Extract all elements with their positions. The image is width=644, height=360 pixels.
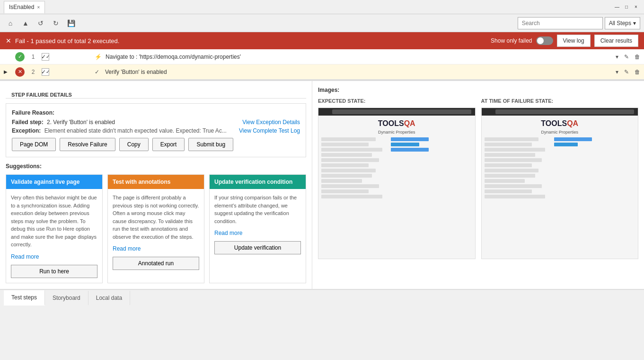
suggestions-section: Suggestions: Validate against live page … [6, 163, 306, 283]
tab-test-steps[interactable]: Test steps [4, 290, 45, 306]
tab-storyboard[interactable]: Storyboard [45, 291, 88, 305]
mini-col2-1 [391, 137, 472, 200]
all-steps-dropdown[interactable]: All Steps ▾ [605, 17, 640, 29]
suggestion-card-2: Test with annotations The page is differ… [107, 174, 204, 283]
step-expand-2[interactable]: ▶ [4, 69, 11, 74]
step-edit-icon-2[interactable]: ✎ [624, 69, 629, 75]
tools-qa-logo-2: TOOLSQA [541, 119, 578, 128]
save-btn[interactable]: 💾 [64, 17, 78, 30]
suggestion-header-1: Validate against live page [6, 175, 102, 189]
suggestion-read-more-3[interactable]: Read more [214, 230, 301, 236]
home-btn[interactable]: ⌂ [4, 17, 17, 30]
run-to-here-button[interactable]: Run to here [11, 265, 97, 278]
update-verification-button[interactable]: Update verification [214, 241, 301, 254]
dot-y-2 [487, 111, 489, 113]
step-check-1[interactable]: ✓ [42, 53, 49, 61]
dot-g-2 [490, 111, 493, 113]
submit-bug-button[interactable]: Submit bug [188, 138, 233, 151]
images-title: Images: [318, 87, 638, 93]
suggestion-read-more-1[interactable]: Read more [11, 253, 97, 260]
copy-button[interactable]: Copy [119, 138, 149, 151]
step-text-1: Navigate to : 'https://demoqa.com/dynami… [106, 54, 612, 60]
suggestion-read-more-2[interactable]: Read more [113, 245, 199, 252]
minimize-btn[interactable]: — [613, 3, 621, 11]
failure-state-label: AT TIME OF FAILURE STATE: [481, 98, 639, 104]
undo-btn[interactable]: ↺ [34, 17, 47, 30]
tab-close-icon[interactable]: × [37, 5, 40, 10]
close-btn[interactable]: × [632, 3, 640, 11]
mini-col1-1 [321, 137, 389, 200]
step-status-2: ✕ [15, 67, 25, 77]
step-expand-arrow-1[interactable]: ▾ [616, 54, 618, 60]
images-grid: EXPECTED STATE: TOOLSQA [318, 98, 638, 259]
dot-r-2 [484, 111, 486, 113]
dynamic-properties-title-2: Dynamic Properties [541, 130, 578, 135]
annotated-run-button[interactable]: Annotated run [113, 257, 199, 270]
mini-col2-2 [554, 137, 635, 200]
resolve-failure-button[interactable]: Resolve Failure [60, 138, 115, 151]
tab-local-data[interactable]: Local data [88, 291, 130, 305]
show-only-failed-toggle[interactable] [536, 36, 553, 45]
expected-state-section: EXPECTED STATE: TOOLSQA [318, 98, 476, 259]
failure-browser: TOOLSQA Dynamic Properties [482, 108, 638, 259]
suggestion-header-3: Update verification condition [210, 175, 306, 189]
step-expand-arrow-2[interactable]: ▾ [616, 69, 618, 75]
failure-header-row: Failure Reason: [12, 109, 300, 116]
suggestion-header-2: Test with annotations [108, 175, 204, 189]
maximize-btn[interactable]: □ [622, 3, 631, 11]
tab-isEnabled[interactable]: IsEnabled × [4, 1, 45, 13]
suggestions-grid: Validate against live page Very often th… [6, 174, 306, 283]
mini-table-2 [485, 137, 635, 200]
suggestion-body-3: If your string comparison fails or the e… [214, 194, 301, 225]
toggle-knob [537, 37, 544, 44]
url-bar-1 [332, 109, 471, 114]
expected-browser-body: TOOLSQA Dynamic Properties [318, 116, 475, 259]
exception-label: Exception: [12, 127, 41, 134]
search-input[interactable] [518, 17, 603, 29]
step-row-1: ✓ 1 ✓ ⚡ Navigate to : 'https://demoqa.co… [0, 49, 644, 64]
failure-browser-toolbar [482, 108, 638, 116]
expected-browser-toolbar [318, 108, 475, 116]
step-edit-icon-1[interactable]: ✎ [624, 54, 629, 60]
clear-results-button[interactable]: Clear results [594, 35, 638, 47]
step-delete-icon-1[interactable]: 🗑 [635, 54, 640, 60]
step-num-2: 2 [28, 69, 38, 75]
dynamic-properties-title-1: Dynamic Properties [378, 130, 415, 135]
failure-panel: STEP FAILURE DETAILS Failure Reason: Fai… [0, 81, 312, 289]
suggestion-title-2: Test with annotations [113, 179, 170, 185]
action-buttons: Page DOM Resolve Failure Copy Export Sub… [12, 138, 300, 151]
dropdown-arrow-icon: ▾ [633, 20, 636, 27]
page-dom-button[interactable]: Page DOM [12, 138, 56, 151]
up-btn[interactable]: ▲ [19, 17, 32, 30]
show-only-failed-group: Show only failed [491, 36, 553, 45]
step-num-1: 1 [28, 54, 38, 60]
redo-btn[interactable]: ↻ [49, 17, 62, 30]
step-check-2[interactable]: ✓ [42, 68, 49, 76]
toolbar: ⌂ ▲ ↺ ↻ 💾 All Steps ▾ [0, 14, 644, 32]
view-log-button[interactable]: View log [557, 35, 591, 47]
failed-step-label: Failed step: [12, 119, 44, 126]
view-complete-test-log-link[interactable]: View Complete Test Log [239, 127, 300, 134]
failure-box: Failure Reason: Failed step: 2. Verify '… [6, 103, 306, 157]
status-bar: ✕ Fail - 1 passed out of total 2 execute… [0, 32, 644, 49]
tab-label: IsEnabled [9, 4, 34, 10]
verify-icon: ✓ [95, 69, 99, 75]
expected-state-label: EXPECTED STATE: [318, 98, 476, 104]
steps-area: ✓ 1 ✓ ⚡ Navigate to : 'https://demoqa.co… [0, 49, 644, 80]
dot-g-1 [327, 111, 329, 113]
suggestion-card-3: Update verification condition If your st… [209, 174, 306, 283]
export-button[interactable]: Export [152, 138, 185, 151]
step-failure-label: STEP FAILURE DETAILS [11, 92, 72, 98]
step-status-1: ✓ [15, 52, 25, 62]
images-panel: Images: EXPECTED STATE: [312, 81, 644, 289]
failure-links: View Exception Details View Complete Tes… [239, 119, 300, 134]
failure-detail-left: Failed step: 2. Verify 'Button' is enabl… [12, 119, 239, 134]
status-message: Fail - 1 passed out of total 2 executed. [15, 37, 487, 45]
tools-qa-logo-1: TOOLSQA [378, 119, 415, 128]
step-delete-icon-2[interactable]: 🗑 [635, 69, 640, 75]
suggestions-title: Suggestions: [6, 163, 306, 170]
show-only-failed-label: Show only failed [491, 37, 532, 44]
dot-y-1 [324, 111, 326, 113]
view-exception-details-link[interactable]: View Exception Details [242, 119, 300, 126]
failed-step-row: Failed step: 2. Verify 'Button' is enabl… [12, 119, 239, 126]
